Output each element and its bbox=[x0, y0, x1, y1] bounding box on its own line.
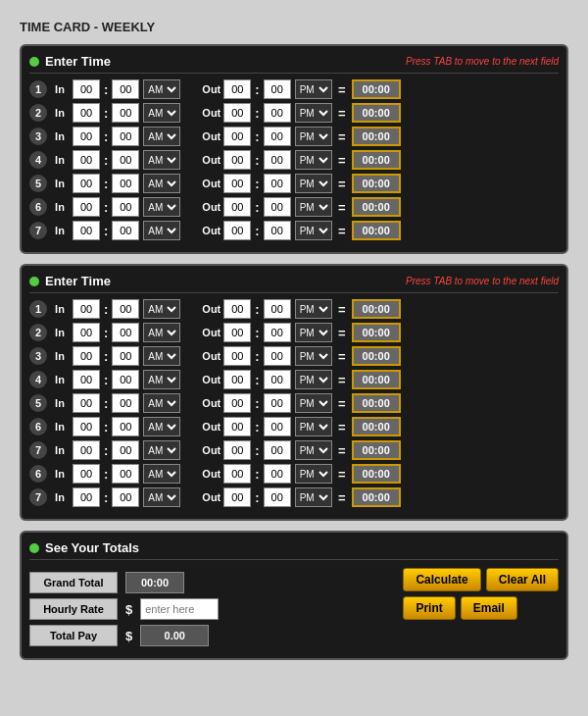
out-hour-input[interactable] bbox=[223, 393, 251, 413]
out-minute-input[interactable] bbox=[264, 103, 291, 123]
out-ampm-select[interactable]: AM ▼ PM ▼ bbox=[295, 464, 332, 484]
clear-all-button[interactable]: Clear All bbox=[486, 568, 559, 591]
in-minute-input[interactable] bbox=[112, 174, 139, 193]
in-hour-input[interactable] bbox=[73, 464, 100, 484]
in-ampm-select[interactable]: AM ▼ PM ▼ bbox=[143, 370, 180, 389]
calculate-button[interactable]: Calculate bbox=[403, 568, 480, 591]
in-hour-input[interactable] bbox=[73, 197, 100, 217]
out-ampm-select[interactable]: AM ▼ PM ▼ bbox=[295, 370, 332, 389]
in-ampm-select[interactable]: AM ▼ PM ▼ bbox=[143, 174, 180, 193]
in-hour-input[interactable] bbox=[73, 221, 100, 240]
out-minute-input[interactable] bbox=[264, 346, 291, 366]
out-minute-input[interactable] bbox=[264, 79, 291, 99]
out-ampm-select[interactable]: AM ▼ PM ▼ bbox=[295, 150, 332, 170]
out-hour-input[interactable] bbox=[223, 103, 251, 123]
out-hour-input[interactable] bbox=[223, 299, 251, 319]
in-minute-input[interactable] bbox=[112, 440, 139, 460]
in-hour-input[interactable] bbox=[73, 174, 100, 193]
out-minute-input[interactable] bbox=[264, 299, 291, 319]
out-minute-input[interactable] bbox=[264, 464, 291, 484]
in-hour-input[interactable] bbox=[73, 127, 100, 146]
out-hour-input[interactable] bbox=[223, 464, 251, 484]
out-ampm-select[interactable]: AM ▼ PM ▼ bbox=[295, 79, 332, 99]
out-minute-input[interactable] bbox=[264, 150, 291, 170]
out-ampm-select[interactable]: AM ▼ PM ▼ bbox=[295, 393, 332, 413]
out-ampm-select[interactable]: AM ▼ PM ▼ bbox=[295, 323, 332, 342]
out-hour-input[interactable] bbox=[223, 417, 251, 436]
out-hour-input[interactable] bbox=[223, 79, 251, 99]
in-minute-input[interactable] bbox=[112, 197, 139, 217]
in-ampm-select[interactable]: AM ▼ PM ▼ bbox=[143, 150, 180, 170]
out-ampm-select[interactable]: AM ▼ PM ▼ bbox=[295, 197, 332, 217]
in-hour-input[interactable] bbox=[73, 417, 100, 436]
in-ampm-select[interactable]: AM ▼ PM ▼ bbox=[143, 221, 180, 240]
in-hour-input[interactable] bbox=[73, 323, 100, 342]
out-minute-input[interactable] bbox=[264, 440, 291, 460]
in-minute-input[interactable] bbox=[112, 370, 139, 389]
in-hour-input[interactable] bbox=[73, 440, 100, 460]
email-button[interactable]: Email bbox=[461, 596, 517, 620]
in-minute-input[interactable] bbox=[112, 299, 139, 319]
out-hour-input[interactable] bbox=[223, 127, 251, 146]
in-ampm-select[interactable]: AM ▼ PM ▼ bbox=[143, 127, 180, 146]
out-hour-input[interactable] bbox=[223, 174, 251, 193]
out-hour-input[interactable] bbox=[223, 370, 251, 389]
in-ampm-select[interactable]: AM ▼ PM ▼ bbox=[143, 464, 180, 484]
in-ampm-select[interactable]: AM ▼ PM ▼ bbox=[143, 79, 180, 99]
hourly-rate-input[interactable] bbox=[140, 598, 219, 620]
out-hour-input[interactable] bbox=[223, 323, 251, 342]
out-minute-input[interactable] bbox=[264, 323, 291, 342]
out-minute-input[interactable] bbox=[264, 127, 291, 146]
in-minute-input[interactable] bbox=[112, 79, 139, 99]
in-ampm-select[interactable]: AM ▼ PM ▼ bbox=[143, 487, 180, 507]
in-hour-input[interactable] bbox=[73, 150, 100, 170]
out-hour-input[interactable] bbox=[223, 197, 251, 217]
in-minute-input[interactable] bbox=[112, 487, 139, 507]
print-button[interactable]: Print bbox=[403, 596, 455, 620]
in-hour-input[interactable] bbox=[73, 370, 100, 389]
out-ampm-select[interactable]: AM ▼ PM ▼ bbox=[295, 127, 332, 146]
in-minute-input[interactable] bbox=[112, 323, 139, 342]
out-hour-input[interactable] bbox=[223, 346, 251, 366]
out-minute-input[interactable] bbox=[264, 221, 291, 240]
in-minute-input[interactable] bbox=[112, 127, 139, 146]
out-ampm-select[interactable]: AM ▼ PM ▼ bbox=[295, 346, 332, 366]
in-ampm-select[interactable]: AM ▼ PM ▼ bbox=[143, 323, 180, 342]
in-minute-input[interactable] bbox=[112, 464, 139, 484]
out-hour-input[interactable] bbox=[223, 150, 251, 170]
in-minute-input[interactable] bbox=[112, 417, 139, 436]
out-minute-input[interactable] bbox=[264, 487, 291, 507]
out-ampm-select[interactable]: AM ▼ PM ▼ bbox=[295, 221, 332, 240]
in-hour-input[interactable] bbox=[73, 103, 100, 123]
out-hour-input[interactable] bbox=[223, 440, 251, 460]
out-minute-input[interactable] bbox=[264, 370, 291, 389]
out-minute-input[interactable] bbox=[264, 393, 291, 413]
out-hour-input[interactable] bbox=[223, 487, 251, 507]
out-ampm-select[interactable]: AM ▼ PM ▼ bbox=[295, 174, 332, 193]
out-ampm-select[interactable]: AM ▼ PM ▼ bbox=[295, 417, 332, 436]
out-ampm-select[interactable]: AM ▼ PM ▼ bbox=[295, 440, 332, 460]
in-hour-input[interactable] bbox=[73, 487, 100, 507]
in-ampm-select[interactable]: AM ▼ PM ▼ bbox=[143, 417, 180, 436]
in-minute-input[interactable] bbox=[112, 393, 139, 413]
in-ampm-select[interactable]: AM ▼ PM ▼ bbox=[143, 440, 180, 460]
in-minute-input[interactable] bbox=[112, 150, 139, 170]
in-hour-input[interactable] bbox=[73, 393, 100, 413]
in-hour-input[interactable] bbox=[73, 299, 100, 319]
out-ampm-select[interactable]: AM ▼ PM ▼ bbox=[295, 103, 332, 123]
in-ampm-select[interactable]: AM ▼ PM ▼ bbox=[143, 197, 180, 217]
out-ampm-select[interactable]: AM ▼ PM ▼ bbox=[295, 299, 332, 319]
in-hour-input[interactable] bbox=[73, 79, 100, 99]
in-minute-input[interactable] bbox=[112, 221, 139, 240]
in-minute-input[interactable] bbox=[112, 103, 139, 123]
out-minute-input[interactable] bbox=[264, 197, 291, 217]
in-ampm-select[interactable]: AM ▼ PM ▼ bbox=[143, 103, 180, 123]
out-minute-input[interactable] bbox=[264, 174, 291, 193]
out-hour-input[interactable] bbox=[223, 221, 251, 240]
out-minute-input[interactable] bbox=[264, 417, 291, 436]
in-minute-input[interactable] bbox=[112, 346, 139, 366]
in-ampm-select[interactable]: AM ▼ PM ▼ bbox=[143, 299, 180, 319]
in-ampm-select[interactable]: AM ▼ PM ▼ bbox=[143, 346, 180, 366]
in-hour-input[interactable] bbox=[73, 346, 100, 366]
in-ampm-select[interactable]: AM ▼ PM ▼ bbox=[143, 393, 180, 413]
